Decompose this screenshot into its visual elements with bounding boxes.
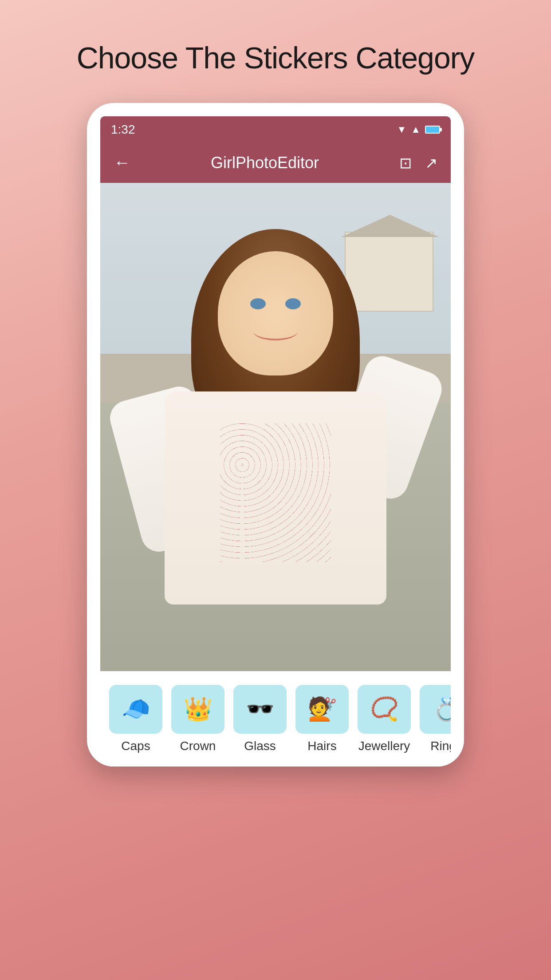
share-icon[interactable]: ↗ (425, 154, 437, 172)
category-icon-jewellery: 📿 (358, 685, 411, 734)
signal-icon: ▲ (411, 124, 421, 135)
category-label-glass: Glass (244, 739, 276, 753)
category-icon-caps: 🧢 (109, 685, 162, 734)
toolbar-action-icons: ⊡ ↗ (399, 154, 437, 172)
category-label-crown: Crown (180, 739, 216, 753)
face (218, 251, 333, 375)
eye-left (250, 298, 266, 309)
category-label-rings: Rings (430, 739, 451, 753)
wifi-icon: ▼ (397, 124, 406, 135)
category-item-rings[interactable]: 💍Rings (420, 685, 451, 753)
category-item-glass[interactable]: 🕶️Glass (233, 685, 287, 753)
category-icon-glass: 🕶️ (233, 685, 287, 734)
category-icon-crown: 👑 (171, 685, 224, 734)
app-title: GirlPhotoEditor (211, 154, 319, 172)
smile (253, 323, 298, 340)
back-button[interactable]: ← (114, 153, 130, 172)
category-item-jewellery[interactable]: 📿Jewellery (358, 685, 411, 753)
categories-scroll: 🧢Caps👑Crown🕶️Glass💇Hairs📿Jewellery💍Rings (100, 680, 451, 758)
categories-bar: 🧢Caps👑Crown🕶️Glass💇Hairs📿Jewellery💍Rings (100, 671, 451, 767)
phone-frame: 1:32 ▼ ▲ ← GirlPhotoEditor ⊡ ↗ (87, 103, 464, 767)
battery-icon (425, 126, 440, 134)
girl-figure (125, 207, 426, 647)
status-time: 1:32 (111, 122, 135, 137)
category-icon-rings: 💍 (420, 685, 451, 734)
outfit-detail (220, 423, 331, 562)
category-item-caps[interactable]: 🧢Caps (109, 685, 162, 753)
toolbar: ← GirlPhotoEditor ⊡ ↗ (100, 143, 451, 183)
photo-area[interactable] (100, 183, 451, 671)
save-icon[interactable]: ⊡ (399, 154, 412, 172)
photo-scene (100, 183, 451, 671)
category-label-caps: Caps (121, 739, 150, 753)
body (165, 391, 386, 605)
status-icons: ▼ ▲ (397, 124, 440, 135)
category-item-hairs[interactable]: 💇Hairs (295, 685, 349, 753)
status-bar: 1:32 ▼ ▲ (100, 116, 451, 143)
page-title: Choose The Stickers Category (50, 40, 501, 76)
eye-right (285, 298, 301, 309)
category-label-hairs: Hairs (307, 739, 336, 753)
category-item-crown[interactable]: 👑Crown (171, 685, 224, 753)
category-icon-hairs: 💇 (295, 685, 349, 734)
category-label-jewellery: Jewellery (358, 739, 410, 753)
